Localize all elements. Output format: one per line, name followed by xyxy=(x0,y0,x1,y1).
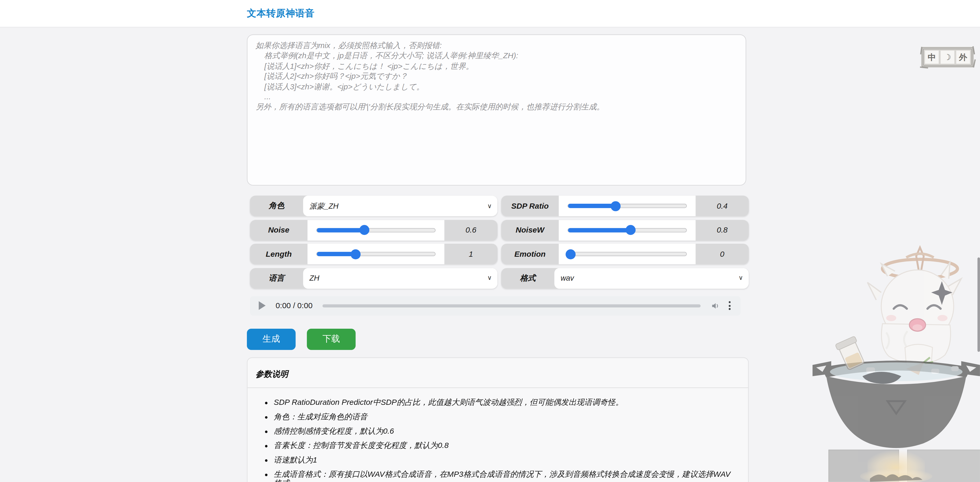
noise-slider[interactable] xyxy=(307,220,444,240)
stamp-frame-tick xyxy=(973,59,976,68)
kebab-menu-icon[interactable] xyxy=(727,300,732,311)
help-item: 音素长度：控制音节发音长度变化程度，默认为0.8 xyxy=(274,441,738,450)
stamp-frame-tick xyxy=(920,67,928,68)
noisew-slider[interactable] xyxy=(559,220,696,240)
help-title: 参数说明 xyxy=(247,358,748,388)
slider-thumb[interactable] xyxy=(351,249,361,259)
audio-time: 0:00 / 0:00 xyxy=(276,301,313,310)
sdp-ratio-value: 0.4 xyxy=(696,196,749,216)
format-row: 格式 wav ∨ xyxy=(501,268,749,288)
sdp-ratio-slider[interactable] xyxy=(559,196,696,216)
emotion-value: 0 xyxy=(696,244,749,264)
help-card: 参数说明 SDP RatioDuration Predictor中SDP的占比，… xyxy=(247,357,749,482)
language-stamp[interactable]: 中 ☽ 外 xyxy=(922,48,973,67)
emotion-label: Emotion xyxy=(501,244,559,264)
page: 文本转原神语音 中 ☽ 外 如果你选择语言为mix，必须按照格式输入，否则报错:… xyxy=(0,0,980,482)
moon-icon[interactable]: ☽ xyxy=(940,51,954,64)
noisew-label: NoiseW xyxy=(501,220,559,240)
help-item: SDP RatioDuration Predictor中SDP的占比，此值越大则… xyxy=(274,398,738,407)
play-icon[interactable] xyxy=(259,301,266,310)
noise-value: 0.6 xyxy=(444,220,497,240)
noisew-row: NoiseW 0.8 xyxy=(501,220,749,240)
format-select[interactable]: wav xyxy=(554,268,749,288)
length-slider[interactable] xyxy=(307,244,444,264)
stamp-frame-tick xyxy=(920,47,922,54)
stamp-chinese-glyph[interactable]: 中 xyxy=(925,51,939,64)
sdp-ratio-label: SDP Ratio xyxy=(501,196,559,216)
generate-button[interactable]: 生成 xyxy=(247,328,296,350)
controls-grid: 角色 派蒙_ZH ∨ SDP Ratio 0.4 xyxy=(250,196,749,288)
slider-thumb[interactable] xyxy=(565,249,575,259)
help-item: 语速默认为1 xyxy=(274,455,738,464)
format-label: 格式 xyxy=(501,268,554,288)
length-row: Length 1 xyxy=(250,244,497,264)
language-select[interactable]: ZH xyxy=(303,268,497,288)
stamp-foreign-glyph[interactable]: 外 xyxy=(956,51,970,64)
paimon-mascot-image xyxy=(812,244,980,482)
length-label: Length xyxy=(250,244,307,264)
volume-icon[interactable] xyxy=(711,301,720,310)
audio-player[interactable]: 0:00 / 0:00 xyxy=(250,296,741,315)
header: 文本转原神语音 xyxy=(0,0,980,27)
scrollbar-thumb[interactable] xyxy=(978,258,980,352)
tts-text-input[interactable]: 如果你选择语言为mix，必须按照格式输入，否则报错: 格式举例(zh是中文，jp… xyxy=(247,34,746,186)
role-select[interactable]: 派蒙_ZH xyxy=(303,196,497,216)
help-list: SDP RatioDuration Predictor中SDP的占比，此值越大则… xyxy=(247,398,748,482)
download-button[interactable]: 下载 xyxy=(307,328,356,350)
help-item: 感情控制感情变化程度，默认为0.6 xyxy=(274,426,738,435)
sdp-ratio-row: SDP Ratio 0.4 xyxy=(501,196,749,216)
slider-thumb[interactable] xyxy=(626,225,636,235)
length-value: 1 xyxy=(444,244,497,264)
help-item: 角色：生成对应角色的语音 xyxy=(274,412,738,421)
emotion-slider[interactable] xyxy=(559,244,696,264)
help-item: 生成语音格式：原有接口以WAV格式合成语音，在MP3格式合成语音的情况下，涉及到… xyxy=(274,469,738,482)
audio-timeline[interactable] xyxy=(323,304,701,307)
noisew-value: 0.8 xyxy=(696,220,749,240)
action-buttons: 生成 下载 xyxy=(247,328,747,350)
page-title: 文本转原神语音 xyxy=(247,8,315,19)
role-label: 角色 xyxy=(250,196,303,216)
emotion-row: Emotion 0 xyxy=(501,244,749,264)
language-label: 语言 xyxy=(250,268,303,288)
language-row: 语言 ZH ∨ xyxy=(250,268,497,288)
noise-label: Noise xyxy=(250,220,307,240)
slider-thumb[interactable] xyxy=(359,225,369,235)
noise-row: Noise 0.6 xyxy=(250,220,497,240)
main-column: 如果你选择语言为mix，必须按照格式输入，否则报错: 格式举例(zh是中文，jp… xyxy=(247,34,747,482)
role-row: 角色 派蒙_ZH ∨ xyxy=(250,196,497,216)
stamp-frame-tick xyxy=(972,46,975,54)
slider-thumb[interactable] xyxy=(611,201,620,211)
